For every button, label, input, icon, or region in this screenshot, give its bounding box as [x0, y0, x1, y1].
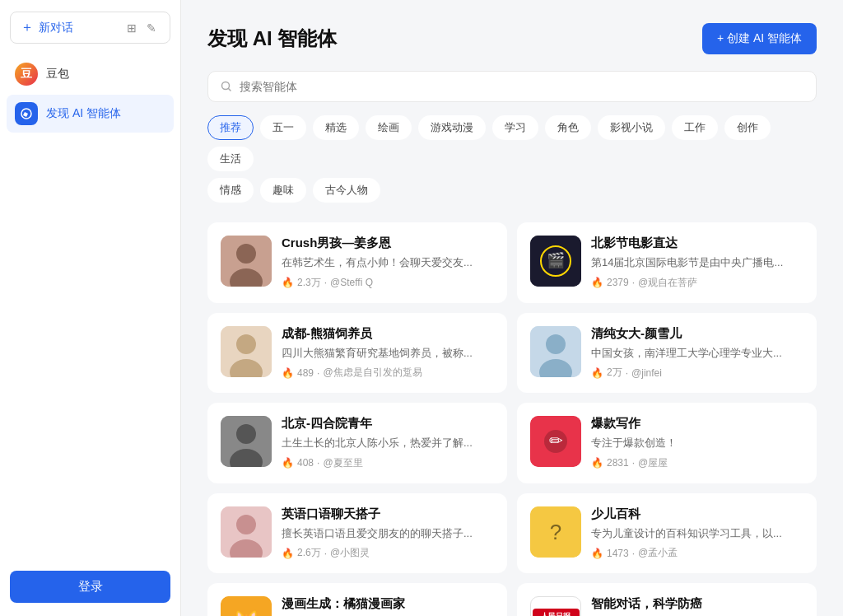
card-dot: ·: [324, 548, 327, 559]
card-dot: ·: [632, 548, 635, 559]
tag-古今人物[interactable]: 古今人物: [313, 178, 380, 203]
card-count: 2万: [607, 366, 622, 380]
card-avatar: 🐱: [221, 596, 272, 616]
card-c9[interactable]: 🐱 漫画生成：橘猫漫画家 一个能够一键帮你制作猫咪漫画的bot... 🔥 226…: [207, 583, 507, 616]
sidebar-item-discover-label: 发现 AI 智能体: [46, 106, 121, 121]
card-count: 489: [297, 367, 314, 379]
sidebar-menu: 豆 豆包 发现 AI 智能体: [0, 52, 180, 558]
card-count: 2.6万: [297, 546, 321, 560]
card-info: 成都-熊猫饲养员 四川大熊猫繁育研究基地饲养员，被称... 🔥 489 · @焦…: [282, 326, 494, 380]
card-c3[interactable]: 成都-熊猫饲养员 四川大熊猫繁育研究基地饲养员，被称... 🔥 489 · @焦…: [207, 313, 507, 394]
layout-icon: ⊞: [123, 20, 140, 36]
page-header: 发现 AI 智能体 + 创建 AI 智能体: [207, 23, 817, 54]
svg-point-9: [236, 334, 256, 354]
card-author: @小图灵: [330, 546, 370, 560]
card-author: @夏至里: [323, 456, 362, 470]
tag-影视小说[interactable]: 影视小说: [598, 115, 665, 140]
card-meta: 🔥 2万 · @jinfei: [591, 366, 803, 380]
tag-角色[interactable]: 角色: [545, 115, 591, 140]
svg-text:🎬: 🎬: [547, 251, 566, 269]
card-dot: ·: [626, 367, 628, 379]
card-title: 智能对话，科学防癌: [591, 596, 803, 612]
card-c4[interactable]: 清纯女大-颜雪儿 中国女孩，南洋理工大学心理学专业大... 🔥 2万 · @ji…: [517, 313, 817, 394]
card-title: 清纯女大-颜雪儿: [591, 326, 803, 342]
card-title: 英语口语聊天搭子: [282, 506, 494, 522]
card-dot: ·: [324, 277, 327, 288]
card-avatar: [221, 326, 272, 377]
card-title: 少儿百科: [591, 506, 803, 522]
card-title: 爆款写作: [591, 416, 803, 432]
tag-绘画[interactable]: 绘画: [366, 115, 412, 140]
card-title: 漫画生成：橘猫漫画家: [282, 596, 494, 612]
tag-工作[interactable]: 工作: [672, 115, 718, 140]
doupao-avatar: 豆: [15, 63, 38, 86]
card-author: @观自在菩萨: [638, 276, 697, 290]
card-info: 漫画生成：橘猫漫画家 一个能够一键帮你制作猫咪漫画的bot... 🔥 2264 …: [282, 596, 494, 616]
card-info: 英语口语聊天搭子 擅长英语口语且爱交朋友的的聊天搭子... 🔥 2.6万 · @…: [282, 506, 494, 561]
edit-icon: ✎: [143, 20, 160, 36]
card-meta: 🔥 489 · @焦虑是自引发的踅易: [282, 366, 494, 380]
card-desc: 在韩艺术生，有点小帅！会聊天爱交友...: [282, 254, 494, 271]
card-c1[interactable]: Crush男孩—姜多恩 在韩艺术生，有点小帅！会聊天爱交友... 🔥 2.3万 …: [207, 222, 507, 303]
tag-趣味[interactable]: 趣味: [260, 178, 306, 203]
card-author: @屋屋: [638, 456, 668, 470]
card-c5[interactable]: 北京-四合院青年 土生土长的北京人陈小乐，热爱并了解... 🔥 408 · @夏…: [207, 403, 507, 483]
page-title: 发现 AI 智能体: [207, 26, 337, 52]
login-button[interactable]: 登录: [10, 571, 170, 603]
sidebar-item-doupao[interactable]: 豆 豆包: [7, 55, 174, 93]
plus-icon: ＋: [21, 19, 34, 36]
svg-point-21: [236, 515, 256, 534]
card-desc: 专注于爆款创造！: [591, 435, 803, 451]
tag-学习[interactable]: 学习: [492, 115, 538, 140]
card-info: 爆款写作 专注于爆款创造！ 🔥 2831 · @屋屋: [591, 416, 803, 470]
card-desc: 四川大熊猫繁育研究基地饲养员，被称...: [282, 345, 494, 362]
card-author: @孟小孟: [638, 546, 678, 560]
create-ai-button[interactable]: + 创建 AI 智能体: [702, 23, 817, 54]
card-dot: ·: [317, 367, 319, 379]
tag-五一[interactable]: 五一: [260, 115, 306, 140]
card-avatar: [221, 236, 272, 287]
card-title: 北京-四合院青年: [282, 416, 494, 432]
svg-text:?: ?: [550, 520, 561, 544]
card-info: 北京-四合院青年 土生土长的北京人陈小乐，热爱并了解... 🔥 408 · @夏…: [282, 416, 494, 470]
card-avatar: ?: [530, 506, 581, 558]
card-c2[interactable]: 🎬 北影节电影直达 第14届北京国际电影节是由中央广播电... 🔥 2379 ·…: [517, 222, 817, 303]
card-info: 北影节电影直达 第14届北京国际电影节是由中央广播电... 🔥 2379 · @…: [591, 236, 803, 290]
tag-创作[interactable]: 创作: [724, 115, 771, 140]
tag-精选[interactable]: 精选: [313, 115, 359, 140]
card-info: Crush男孩—姜多恩 在韩艺术生，有点小帅！会聊天爱交友... 🔥 2.3万 …: [282, 236, 494, 290]
card-info: 少儿百科 专为儿童设计的百科知识学习工具，以... 🔥 1473 · @孟小孟: [591, 506, 803, 561]
new-chat-button[interactable]: ＋ 新对话 ⊞ ✎: [10, 12, 170, 44]
search-bar[interactable]: [207, 71, 817, 102]
tag-生活[interactable]: 生活: [207, 147, 254, 171]
card-c6[interactable]: ✏ 爆款写作 专注于爆款创造！ 🔥 2831 · @屋屋: [517, 403, 817, 483]
sidebar-item-discover[interactable]: 发现 AI 智能体: [7, 95, 174, 133]
card-dot: ·: [632, 457, 635, 469]
card-count: 408: [297, 457, 314, 469]
tag-情感[interactable]: 情感: [207, 178, 254, 203]
svg-point-15: [236, 424, 256, 444]
sidebar: ＋ 新对话 ⊞ ✎ 豆 豆包 发现 AI 智能体 登录: [0, 0, 181, 616]
card-dot: ·: [632, 277, 635, 288]
tag-游戏动漫[interactable]: 游戏动漫: [418, 115, 486, 140]
card-c10[interactable]: 人民日报健康客户端 智能对话，科学防癌 人民日报健康客户端AI赋能肿瘤防治行动 …: [517, 583, 817, 616]
card-desc: 中国女孩，南洋理工大学心理学专业大...: [591, 345, 803, 362]
tag-row-2: 情感趣味古今人物: [207, 178, 817, 203]
fire-icon: 🔥: [282, 548, 294, 559]
fire-icon: 🔥: [591, 457, 603, 469]
tag-推荐[interactable]: 推荐: [207, 115, 254, 140]
card-avatar: [221, 416, 272, 467]
card-avatar: [530, 326, 581, 377]
card-meta: 🔥 2.6万 · @小图灵: [282, 546, 494, 560]
card-desc: 第14届北京国际电影节是由中央广播电...: [591, 254, 803, 271]
fire-icon: 🔥: [591, 548, 603, 559]
search-input[interactable]: [240, 80, 804, 93]
tag-row-1: 推荐五一精选绘画游戏动漫学习角色影视小说工作创作生活: [207, 115, 817, 171]
card-desc: 擅长英语口语且爱交朋友的的聊天搭子...: [282, 525, 494, 542]
card-avatar: [221, 506, 272, 558]
card-c7[interactable]: 英语口语聊天搭子 擅长英语口语且爱交朋友的的聊天搭子... 🔥 2.6万 · @…: [207, 493, 507, 574]
fire-icon: 🔥: [591, 367, 603, 379]
card-title: 北影节电影直达: [591, 236, 803, 251]
main-content: 发现 AI 智能体 + 创建 AI 智能体 推荐五一精选绘画游戏动漫学习角色影视…: [181, 0, 843, 616]
card-c8[interactable]: ? 少儿百科 专为儿童设计的百科知识学习工具，以... 🔥 1473 · @孟小…: [517, 493, 817, 574]
